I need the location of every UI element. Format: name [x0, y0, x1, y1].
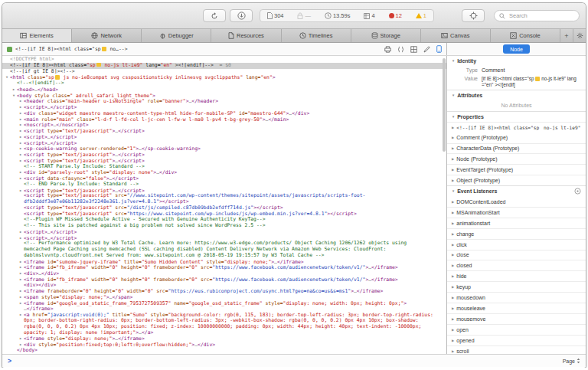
device-phone-icon[interactable] — [436, 45, 442, 53]
expand-arrow[interactable]: ▶ — [452, 243, 454, 247]
expand-arrow[interactable]: ▶ — [18, 140, 24, 146]
expand-arrow[interactable]: ▶ — [18, 152, 24, 158]
dom-tree-row[interactable]: opacity: 1; display: none !important;">…… — [2, 330, 446, 336]
expand-arrow[interactable]: ▶ — [18, 229, 24, 235]
property-item[interactable]: ▶ <!--[if IE 8]><html class="sp no-js lt… — [447, 122, 586, 133]
expand-arrow[interactable]: ▶ — [452, 306, 454, 310]
dom-tree-row[interactable]: ▶<script>…</script> — [2, 229, 446, 235]
tab-storage[interactable]: Storage — [351, 29, 421, 42]
dom-tree-row[interactable]: </html> — [2, 354, 446, 355]
expand-arrow[interactable]: ▶ — [18, 175, 24, 182]
listener-filter-icon[interactable] — [574, 188, 581, 195]
expand-arrow[interactable]: ▶ — [452, 264, 454, 267]
property-item[interactable]: ▶CharacterData (Prototype) — [447, 143, 586, 154]
dom-tree-row[interactable]: <!-- This site is patched against a big … — [2, 223, 446, 229]
expand-arrow[interactable]: ▶ — [452, 285, 454, 289]
dom-tree-row[interactable]: <!-- START Parse.ly Include: Standard --… — [2, 164, 446, 170]
quick-console-bar[interactable]: > Page — [2, 354, 586, 367]
expand-arrow[interactable]: ▶ — [18, 235, 24, 241]
tab-timelines[interactable]: Timelines — [282, 29, 351, 42]
expand-arrow[interactable]: ▶ — [18, 134, 24, 140]
identity-section-header[interactable]: ▼Identity — [447, 56, 586, 66]
event-listener-item[interactable]: ▶closed — [447, 260, 586, 270]
property-item[interactable]: ▶Node (Prototype) — [447, 153, 586, 164]
event-listener-item[interactable]: ▶DOMContentLoaded — [447, 196, 586, 207]
node-panel-button[interactable]: Node — [503, 44, 530, 54]
event-listener-item[interactable]: ▶click — [447, 239, 586, 250]
dom-tree-row[interactable]: dablmslvvntp.cloudfront.net Served from:… — [2, 253, 446, 259]
tab-resources[interactable]: Resources — [211, 29, 281, 42]
execution-context-picker[interactable]: Page — [563, 358, 580, 364]
dom-tree-row[interactable]: ▶<script type="text/javascript">…</scrip… — [2, 152, 446, 158]
dom-tree-row[interactable]: ▶<iframe id="google_osd_static_frame_795… — [2, 300, 446, 306]
tree-scrollbar[interactable] — [443, 58, 446, 152]
collapse-arrow[interactable]: ▼ — [11, 93, 17, 99]
event-listener-item[interactable]: ▶hide — [447, 270, 586, 281]
dom-tree-row[interactable]: </body> — [2, 348, 446, 354]
expand-arrow[interactable]: ▶ — [452, 178, 454, 182]
dom-tree-row[interactable]: ▶<span style="display: none;">…</span> — [2, 294, 446, 300]
expand-arrow[interactable]: ▶ — [18, 300, 24, 306]
event-listener-item[interactable]: ▶mouseleave — [447, 303, 586, 313]
grid-icon[interactable] — [410, 46, 417, 53]
expand-arrow[interactable]: ▶ — [452, 211, 454, 214]
expand-arrow[interactable]: ▶ — [452, 317, 454, 321]
expand-arrow[interactable]: ▶ — [18, 294, 24, 300]
dom-tree-row[interactable]: ▶<sp-cookie-warning server-rendered="1">… — [2, 146, 446, 152]
dom-tree-row[interactable]: ▶<iframe frameborder="0" height="0" widt… — [2, 288, 446, 294]
search-input[interactable] — [508, 11, 574, 20]
expand-arrow[interactable]: ▶ — [18, 146, 24, 152]
expand-arrow[interactable]: ▶ — [18, 158, 24, 164]
expand-arrow[interactable]: ▶ — [452, 157, 454, 161]
property-item[interactable]: ▶Comment (Prototype) — [447, 133, 586, 143]
expand-arrow[interactable]: ▶ — [452, 274, 454, 278]
dom-tree-row[interactable]: ▶<iframe id="fb_iframe" width="0" height… — [2, 264, 446, 270]
dom-tree-row[interactable]: ▶<noscript>…</noscript> — [2, 122, 446, 128]
expand-arrow[interactable]: ▶ — [18, 288, 24, 294]
print-icon[interactable] — [384, 46, 391, 53]
event-listener-item[interactable]: ▶mousemove — [447, 313, 586, 324]
dom-tree-row[interactable]: ▶<script>…</script> — [2, 140, 446, 146]
event-listener-item[interactable]: ▶change — [447, 228, 586, 239]
property-item[interactable]: ▶Object (Prototype) — [447, 175, 586, 185]
expand-arrow[interactable]: ▶ — [452, 221, 454, 225]
expand-arrow[interactable]: ▶ — [18, 110, 24, 116]
dom-tree-row[interactable]: …</iframe> — [2, 306, 446, 313]
download-button[interactable] — [230, 9, 253, 22]
reload-button[interactable] — [203, 9, 226, 22]
search-field[interactable] — [494, 10, 580, 21]
event-listener-item[interactable]: ▶scroll — [447, 345, 586, 354]
expand-arrow[interactable]: ▶ — [18, 116, 24, 123]
event-listener-item[interactable]: ▶close — [447, 250, 586, 260]
expand-arrow[interactable]: ▶ — [452, 253, 454, 257]
expand-arrow[interactable]: ▶ — [18, 264, 24, 270]
expand-arrow[interactable]: ▶ — [18, 259, 24, 265]
warning-badge[interactable]: 1 — [416, 12, 426, 19]
dom-tree-row[interactable]: <!--[if gt IE 8]><!--> — [2, 69, 446, 75]
dom-tree-row[interactable]: ▶<head>…</head> — [2, 87, 446, 93]
expand-arrow[interactable]: ▶ — [452, 168, 454, 172]
tab-console[interactable]: Console — [491, 29, 560, 42]
expand-arrow[interactable]: ▶ — [452, 232, 454, 236]
property-item[interactable]: ▶EventTarget (Prototype) — [447, 164, 586, 175]
expand-arrow[interactable]: ▶ — [18, 169, 24, 175]
expand-arrow[interactable]: ▶ — [18, 122, 24, 128]
expand-arrow[interactable]: ▶ — [18, 270, 24, 277]
properties-section-header[interactable]: ▼Properties — [447, 111, 586, 122]
expand-arrow[interactable]: ▶ — [452, 146, 454, 150]
event-listener-item[interactable]: ▶opened — [447, 335, 586, 345]
dom-tree-row[interactable]: ▶<div id="parsely-root" style="display: … — [2, 169, 446, 175]
selected-node-path[interactable]: <!--[if IE 8]><html class="sp no…--> — [15, 46, 128, 52]
event-listener-item[interactable]: ▶open — [447, 324, 586, 335]
dom-tree-row[interactable]: ▶<script>…</script> — [2, 134, 446, 140]
console-prompt[interactable]: > — [8, 357, 11, 365]
dom-tree-row[interactable]: ▶<main role="main" class="l-d-f l-fd-col… — [2, 116, 446, 123]
dom-tree-row[interactable]: ▶<iframe style="display: none;">…</ifram… — [2, 336, 446, 342]
expand-arrow[interactable]: ▶ — [18, 98, 24, 104]
expand-arrow[interactable]: ▶ — [452, 200, 454, 204]
dom-tree-row[interactable]: <!-- END Parse.ly Include: Standard --> — [2, 182, 446, 188]
dom-tree-row[interactable]: ▶<script>…</script> — [2, 104, 446, 110]
expand-arrow[interactable]: ▶ — [18, 277, 24, 283]
tab-canvas[interactable]: Canvas — [421, 29, 491, 42]
expand-arrow[interactable]: ▶ — [18, 104, 24, 110]
